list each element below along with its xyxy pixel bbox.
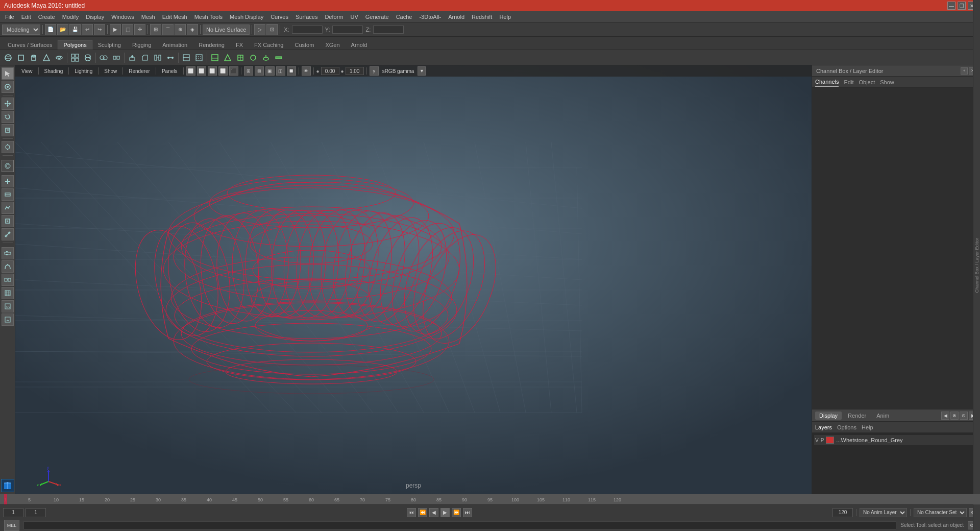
vp-display3[interactable]: ⬜	[208, 66, 217, 76]
vp-display4[interactable]: ⬜	[218, 66, 228, 76]
no-live-surface-button[interactable]: No Live Surface	[203, 25, 250, 35]
tool7-button[interactable]	[2, 260, 14, 273]
vp-value2[interactable]: 1.00	[346, 67, 364, 75]
render-tab[interactable]: Render	[844, 412, 870, 420]
green-icon6[interactable]	[273, 52, 285, 64]
tab-curves-surfaces[interactable]: Curves / Surfaces	[2, 40, 58, 50]
menu-mesh-tools[interactable]: Mesh Tools	[191, 13, 226, 21]
cylinder-icon[interactable]	[28, 52, 40, 64]
tab-animation[interactable]: Animation	[157, 40, 193, 50]
gamma-toggle[interactable]: γ	[370, 66, 379, 76]
green-icon3[interactable]	[234, 52, 247, 64]
tool9-button[interactable]	[2, 287, 14, 299]
script-mode-toggle[interactable]: MEL	[4, 520, 19, 531]
scale-button[interactable]	[2, 124, 14, 136]
layer-solo-button[interactable]: ⊙	[960, 412, 968, 420]
rotate-button[interactable]	[2, 111, 14, 123]
tool1-button[interactable]	[2, 175, 14, 187]
offset-loop-icon[interactable]	[193, 52, 205, 64]
workspace-selector[interactable]: Modeling	[2, 25, 40, 35]
menu-cache[interactable]: Cache	[393, 13, 415, 21]
select-tool-button[interactable]	[2, 67, 14, 80]
layer-prev-button[interactable]: ◀	[941, 412, 949, 420]
panel-expand-button[interactable]: +	[961, 67, 968, 75]
green-icon4[interactable]	[247, 52, 259, 64]
paint-select-button[interactable]	[2, 81, 14, 93]
anim-layer-select[interactable]: No Anim Layer	[860, 508, 907, 517]
tool3-button[interactable]	[2, 202, 14, 214]
start-frame-input[interactable]: 1	[3, 508, 23, 517]
redo-button[interactable]: ↪	[94, 24, 105, 35]
tab-arnold[interactable]: Arnold	[346, 40, 373, 50]
menu-generate[interactable]: Generate	[362, 13, 392, 21]
tab-xgen[interactable]: XGen	[320, 40, 345, 50]
play-back-button[interactable]: ◀	[429, 508, 438, 517]
menu-edit-mesh[interactable]: Edit Mesh	[159, 13, 190, 21]
tab-polygons[interactable]: Polygons	[58, 40, 92, 50]
object-tab[interactable]: Object	[859, 78, 875, 86]
vp-iso3[interactable]: ▣	[265, 66, 275, 76]
y-input[interactable]	[332, 26, 363, 34]
layer-row[interactable]: V P ...Whetstone_Round_Grey	[814, 435, 978, 445]
cone-icon[interactable]	[40, 52, 53, 64]
menu-3dto-all[interactable]: -3DtoAll-	[416, 13, 444, 21]
timeline[interactable]: 1 5 10 15 20 25 30 35 40 45 50 55 60 65 …	[0, 494, 980, 504]
edit-tab[interactable]: Edit	[844, 78, 853, 86]
channel-box-vertical-label[interactable]: Channel Box / Layer Editor	[973, 0, 980, 531]
x-input[interactable]	[292, 26, 323, 34]
vp-iso2[interactable]: ⊠	[255, 66, 264, 76]
viewport[interactable]: View Shading Lighting Show Renderer Pane…	[15, 65, 812, 494]
menu-redshift[interactable]: Redshift	[469, 13, 495, 21]
step-forward-button[interactable]: ⏩	[452, 508, 461, 517]
bridge-icon[interactable]	[152, 52, 164, 64]
tab-fx[interactable]: FX	[230, 40, 249, 50]
tab-sculpting[interactable]: Sculpting	[92, 40, 127, 50]
render-button[interactable]: ▷	[254, 24, 265, 35]
separate-icon[interactable]	[110, 52, 122, 64]
tool5-button[interactable]	[2, 228, 14, 240]
vp-resolution[interactable]: 🔲	[287, 66, 296, 76]
renderer-menu[interactable]: Renderer	[126, 67, 153, 75]
tool6-button[interactable]	[2, 247, 14, 259]
go-start-button[interactable]: ⏮	[407, 508, 416, 517]
panels-menu[interactable]: Panels	[159, 67, 181, 75]
step-back-button[interactable]: ⏪	[418, 508, 427, 517]
open-scene-button[interactable]: 📂	[57, 24, 68, 35]
green-icon2[interactable]	[222, 52, 234, 64]
tool11-button[interactable]	[2, 313, 14, 326]
vp-show-icons[interactable]: 👁	[302, 66, 311, 76]
cube-icon[interactable]	[15, 52, 27, 64]
menu-create[interactable]: Create	[35, 13, 58, 21]
play-forward-button[interactable]: ▶	[440, 508, 450, 517]
tool10-button[interactable]: UV	[2, 300, 14, 312]
vp-value1[interactable]: 0.00	[321, 67, 339, 75]
menu-curves[interactable]: Curves	[267, 13, 291, 21]
vp-display5[interactable]: ⬛	[229, 66, 238, 76]
show-tab[interactable]: Show	[880, 78, 894, 86]
tab-fx-caching[interactable]: FX Caching	[249, 40, 289, 50]
channels-tab[interactable]: Channels	[815, 78, 839, 87]
undo-button[interactable]: ↩	[82, 24, 93, 35]
command-input[interactable]	[23, 521, 896, 529]
help-sub-tab[interactable]: Help	[862, 424, 873, 430]
new-scene-button[interactable]: 📄	[45, 24, 56, 35]
lasso-tool-button[interactable]: ⬚	[122, 24, 133, 35]
bevel-icon[interactable]	[139, 52, 151, 64]
vp-iso4[interactable]: ◫	[276, 66, 285, 76]
menu-deform[interactable]: Deform	[322, 13, 346, 21]
anim-tab[interactable]: Anim	[872, 412, 893, 420]
vp-display2[interactable]: ⬜	[197, 66, 206, 76]
show-manipulator-button[interactable]	[2, 141, 14, 153]
pipe-icon[interactable]	[82, 52, 94, 64]
combine-icon[interactable]	[97, 52, 110, 64]
soft-select-button[interactable]	[2, 160, 14, 172]
vp-display1[interactable]: ⬜	[186, 66, 195, 76]
torus-icon[interactable]	[53, 52, 65, 64]
menu-windows[interactable]: Windows	[108, 13, 137, 21]
end-frame-input[interactable]: 120	[832, 508, 853, 517]
menu-uv[interactable]: UV	[347, 13, 361, 21]
character-set-select[interactable]: No Character Set	[914, 508, 967, 517]
gamma-dropdown[interactable]: ▼	[418, 66, 426, 76]
snap-curve-button[interactable]: ⌒	[162, 24, 174, 35]
z-input[interactable]	[373, 26, 404, 34]
